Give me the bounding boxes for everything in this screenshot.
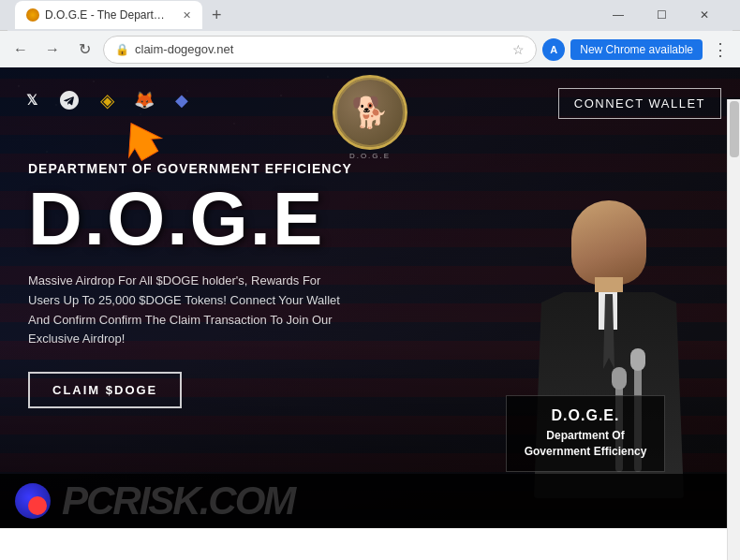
- doge-title: D.O.G.E: [28, 182, 422, 257]
- logo-ring: [335, 78, 405, 147]
- pc-text: PC: [62, 479, 112, 523]
- scrollbar-thumb[interactable]: [730, 101, 739, 157]
- tab-close-button[interactable]: ✕: [183, 9, 191, 22]
- binance-icon[interactable]: ◈: [94, 87, 120, 113]
- active-tab[interactable]: D.O.G.E - The Department of G... ✕: [15, 1, 202, 29]
- reload-button[interactable]: ↻: [71, 37, 97, 63]
- tab-favicon: [26, 8, 39, 22]
- new-tab-button[interactable]: +: [206, 6, 228, 25]
- pcrisk-watermark-bar: PC RISK.COM: [0, 474, 740, 528]
- eth-icon[interactable]: ◆: [169, 87, 195, 113]
- profile-icon[interactable]: A: [542, 38, 565, 61]
- window-controls: — ☐ ✕: [598, 0, 725, 30]
- browser-toolbar: ← → ↻ 🔒 claim-dogegov.net ☆ A New Chrome…: [0, 30, 740, 67]
- tab-title: D.O.G.E - The Department of G...: [45, 8, 173, 22]
- site-header: 𝕏 ◈ 🦊 ◆ 🐕 D.O.G.E CONNECT WALLET: [0, 67, 740, 133]
- close-button[interactable]: ✕: [684, 0, 725, 30]
- figure-head: [571, 200, 646, 285]
- profile-initial: A: [550, 44, 557, 55]
- scrollbar[interactable]: [727, 99, 740, 560]
- address-bar[interactable]: 🔒 claim-dogegov.net ☆: [103, 36, 537, 64]
- pcrisk-logo: [15, 483, 51, 519]
- hero-description: Massive Airdrop For All $DOGE holder's, …: [28, 272, 347, 349]
- svg-marker-0: [115, 114, 167, 166]
- browser-menu-button[interactable]: ⋮: [708, 39, 733, 60]
- dept-label: DEPARTMENT OF GOVERNMENT EFFICIENCY: [28, 161, 422, 176]
- forward-button[interactable]: →: [39, 37, 66, 63]
- podium-title: D.O.G.E.: [522, 407, 649, 424]
- social-icons: 𝕏 ◈ 🦊 ◆: [19, 87, 195, 113]
- title-bar: D.O.G.E - The Department of G... ✕ + — ☐…: [0, 0, 740, 30]
- risk-text: RISK.COM: [112, 479, 294, 523]
- pcrisk-inner-icon: [28, 496, 47, 515]
- podium-sign: D.O.G.E. Department OfGovernment Efficie…: [506, 395, 665, 472]
- minimize-button[interactable]: —: [598, 0, 639, 30]
- telegram-icon[interactable]: [56, 87, 82, 113]
- x-social-icon[interactable]: 𝕏: [19, 87, 45, 113]
- podium-subtitle: Department OfGovernment Efficiency: [522, 428, 649, 460]
- back-button[interactable]: ←: [7, 37, 34, 63]
- claim-button[interactable]: CLAIM $DOGE: [28, 372, 182, 408]
- main-content: DEPARTMENT OF GOVERNMENT EFFICIENCY D.O.…: [28, 161, 422, 408]
- pcrisk-text-container: PC RISK.COM: [62, 479, 294, 523]
- connect-wallet-button[interactable]: CONNECT WALLET: [558, 88, 721, 119]
- site-logo[interactable]: 🐕 D.O.G.E: [333, 75, 407, 160]
- arrow-indicator: [117, 116, 164, 167]
- url-text: claim-dogegov.net: [135, 42, 507, 56]
- maximize-button[interactable]: ☐: [641, 0, 682, 30]
- logo-circle: 🐕: [333, 75, 407, 150]
- website-content: 𝕏 ◈ 🦊 ◆ 🐕 D.O.G.E CONNECT WALLET DE: [0, 67, 740, 528]
- bookmark-icon[interactable]: ☆: [512, 42, 525, 57]
- chrome-update-button[interactable]: New Chrome available: [570, 39, 703, 60]
- pcrisk-icon: [15, 483, 51, 519]
